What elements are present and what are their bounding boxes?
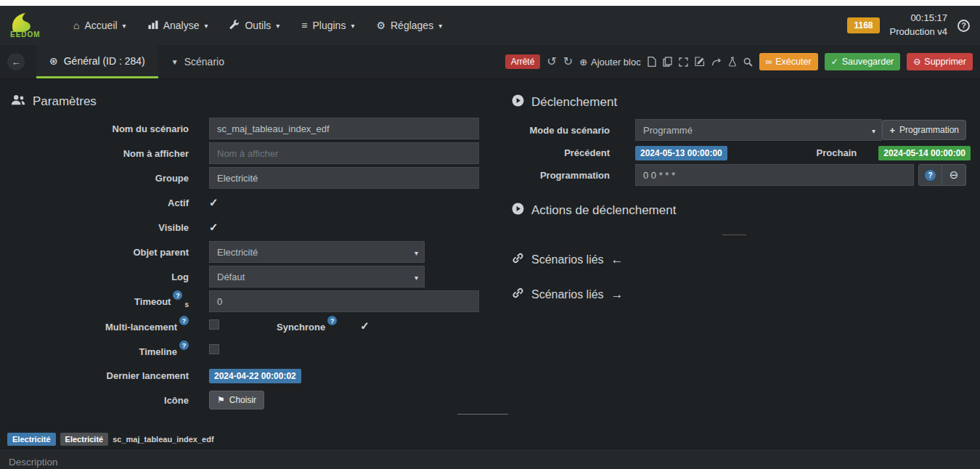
- programmation-button[interactable]: + Programmation: [882, 120, 966, 140]
- synchrone-help-icon[interactable]: ?: [327, 316, 337, 325]
- timeout-input[interactable]: [209, 290, 479, 312]
- search-icon[interactable]: [743, 57, 753, 67]
- parameters-title: Paramètres: [33, 94, 97, 109]
- scenario-name-input[interactable]: [209, 118, 479, 139]
- timeline-help-icon[interactable]: ?: [179, 340, 189, 350]
- share-icon[interactable]: [711, 57, 722, 66]
- synchrone-label: Synchrone?: [277, 319, 337, 333]
- notification-count-badge[interactable]: 1168: [847, 17, 879, 33]
- chevron-down-icon: ▾: [123, 22, 126, 30]
- chevron-down-icon: ▾: [204, 22, 208, 30]
- linked-scenarios-out[interactable]: Scénarios liés →: [512, 287, 980, 302]
- divider: [722, 234, 746, 235]
- choose-icon-button[interactable]: ⚑ Choisir: [209, 391, 264, 409]
- description-area: [0, 450, 980, 469]
- execute-button[interactable]: ∞ Exécuter: [759, 53, 818, 70]
- file-icon[interactable]: [648, 57, 656, 67]
- timeline-label: Timeline?: [0, 344, 189, 357]
- clock-time: 00:15:17: [890, 12, 948, 25]
- nav-label: Outils: [245, 20, 271, 31]
- chevron-down-icon: ▾: [415, 249, 418, 257]
- link-icon: [512, 287, 524, 302]
- help-icon[interactable]: ?: [957, 20, 970, 32]
- save-button[interactable]: ✓ Sauvegarder: [825, 53, 901, 70]
- back-icon[interactable]: ←: [7, 53, 25, 70]
- last-launch-row: Dernier lancement 2024-04-22 00:00:02: [0, 363, 479, 388]
- nav-label: Accueil: [84, 20, 117, 31]
- chevron-down-icon: ▾: [415, 274, 418, 282]
- nav-label: Réglages: [391, 20, 433, 31]
- timeout-unit: s: [184, 301, 189, 309]
- undo-icon[interactable]: ↺: [547, 56, 556, 68]
- flask-icon[interactable]: [728, 57, 737, 67]
- divider: [457, 414, 508, 415]
- icon-row: Icône ⚑ Choisir: [0, 388, 479, 412]
- timeout-help-icon[interactable]: ?: [173, 290, 182, 300]
- copy-icon[interactable]: [663, 57, 672, 67]
- next-run-badge: 2024-05-14 00:00:00: [878, 146, 971, 160]
- nav-item-accueil[interactable]: ⌂ Accueil ▾: [62, 6, 137, 45]
- edit-icon[interactable]: [695, 57, 705, 67]
- top-strip: [0, 0, 980, 6]
- scenario-mode-select[interactable]: Programmé ▾: [635, 119, 882, 141]
- link-icon: [512, 252, 524, 267]
- parent-object-row: Objet parent Electricité ▾: [0, 240, 479, 264]
- arrow-right-icon: →: [611, 287, 624, 302]
- active-row: Actif ✓: [0, 190, 479, 215]
- display-name-label: Nom à afficher: [0, 148, 189, 159]
- timeline-checkbox[interactable]: [209, 344, 219, 354]
- navbar-right: 1168 00:15:17 Production v4 ?: [847, 12, 970, 39]
- jeedom-logo[interactable]: EEDOM: [10, 13, 52, 38]
- parameters-header: Paramètres: [11, 94, 479, 109]
- multi-launch-checkbox[interactable]: [209, 319, 219, 330]
- trigger-actions-header: Actions de déclenchement: [512, 203, 980, 219]
- schedule-remove-button[interactable]: ⊖: [942, 164, 966, 186]
- redo-icon[interactable]: ↻: [563, 56, 573, 68]
- schedule-input[interactable]: [635, 164, 914, 186]
- linked-scenarios-in-title: Scénarios liés: [531, 253, 604, 266]
- save-label: Sauvegarder: [842, 57, 894, 67]
- delete-button[interactable]: ⊖ Supprimer: [907, 53, 973, 70]
- linked-scenarios-in[interactable]: Scénarios liés ←: [512, 252, 980, 267]
- execute-icon: ∞: [766, 57, 772, 67]
- visible-checkbox[interactable]: ✓: [209, 221, 219, 234]
- chevron-down-icon: ▾: [872, 127, 875, 135]
- schedule-label: Programmation: [508, 170, 610, 181]
- tab-general[interactable]: ⊛ Général (ID : 284): [36, 45, 158, 78]
- expand-icon[interactable]: [679, 57, 688, 67]
- nav-item-analyse[interactable]: Analyse ▾: [137, 6, 219, 45]
- flag-icon: ⚑: [217, 395, 225, 405]
- group-input[interactable]: [209, 167, 479, 189]
- chevron-down-icon: ▾: [438, 22, 442, 30]
- add-block-button[interactable]: ⊕ Ajouter bloc: [579, 57, 641, 68]
- gear-icon: ⚙: [376, 20, 385, 31]
- display-name-input[interactable]: [209, 142, 479, 164]
- group-tag: Electricité: [7, 433, 56, 446]
- active-checkbox[interactable]: ✓: [209, 196, 219, 209]
- schedule-help-button[interactable]: ?: [918, 164, 942, 186]
- status-badge: Arrêté: [505, 54, 541, 69]
- jeedom-app: EEDOM ⌂ Accueil ▾ Analyse ▾ Outils ▾ ≡ P…: [0, 0, 980, 469]
- visible-row: Visible ✓: [0, 215, 479, 240]
- parent-object-select[interactable]: Electricité ▾: [209, 241, 425, 263]
- nav-item-outils[interactable]: Outils ▾: [219, 6, 290, 45]
- next-label: Prochain: [817, 147, 857, 158]
- group-label: Groupe: [0, 173, 189, 184]
- log-select[interactable]: Défaut ▾: [209, 266, 425, 287]
- log-label: Log: [0, 272, 189, 282]
- play-circle-icon: [512, 203, 524, 219]
- tab-scenario[interactable]: ▼ Scénario: [158, 45, 237, 78]
- description-input[interactable]: [0, 451, 980, 469]
- chart-icon: [148, 20, 158, 31]
- trigger-header: Déclenchement: [512, 94, 980, 110]
- scenario-toolbar: ← ⊛ Général (ID : 284) ▼ Scénario Arrêté…: [0, 45, 980, 79]
- linked-scenarios-out-title: Scénarios liés: [531, 288, 604, 301]
- multi-launch-help-icon[interactable]: ?: [179, 316, 189, 325]
- synchrone-checkbox[interactable]: ✓: [360, 319, 369, 333]
- main-navbar: EEDOM ⌂ Accueil ▾ Analyse ▾ Outils ▾ ≡ P…: [0, 6, 980, 45]
- nav-item-plugins[interactable]: ≡ Plugins ▾: [290, 6, 365, 45]
- nav-item-reglages[interactable]: ⚙ Réglages ▾: [365, 6, 453, 45]
- trigger-actions-title: Actions de déclenchement: [531, 203, 676, 218]
- filter-icon: ▼: [171, 58, 179, 66]
- nav-label: Plugins: [312, 20, 346, 31]
